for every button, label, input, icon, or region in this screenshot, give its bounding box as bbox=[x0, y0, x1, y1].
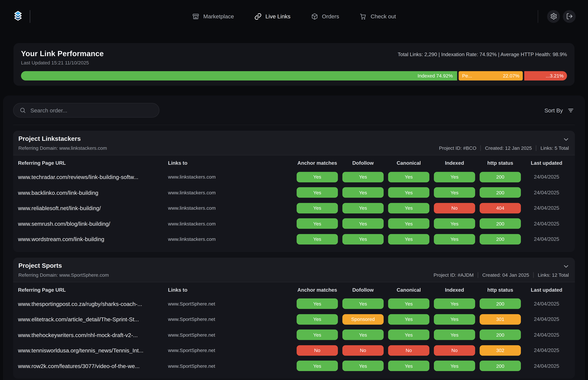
referring-url-cell[interactable]: www.thehockeywriters.com/nhl-mock-draft-… bbox=[18, 332, 168, 338]
dofollow-badge: Yes bbox=[342, 234, 384, 244]
dofollow-badge: Yes bbox=[342, 187, 384, 198]
dofollow-badge: Yes bbox=[342, 172, 384, 182]
http-status-badge: 404 bbox=[480, 203, 521, 213]
col-header-referring-url: Referring Page URL bbox=[18, 287, 168, 293]
links-to-cell: www.SportSphere.net bbox=[168, 301, 294, 306]
col-header-canonical: Canonical bbox=[386, 287, 432, 293]
canonical-badge: Yes bbox=[388, 299, 429, 309]
nav-item-orders[interactable]: Orders bbox=[311, 13, 339, 20]
error-segment: ...3.21% bbox=[524, 71, 567, 80]
referring-url-cell[interactable]: www.row2k.com/features/3077/video-of-the… bbox=[18, 363, 168, 369]
search-box[interactable] bbox=[13, 103, 159, 117]
nav-item-marketplace[interactable]: Marketplace bbox=[192, 13, 234, 20]
anchor-matches-badge: Yes bbox=[296, 187, 338, 198]
live-links-panel: Sort By Project Linkstackers Referring D… bbox=[3, 95, 585, 380]
nav-label: Orders bbox=[322, 13, 339, 19]
app-window: Marketplace Live Links bbox=[0, 0, 588, 380]
project-header[interactable]: Project Linkstackers Referring Domain: w… bbox=[13, 131, 575, 155]
performance-card: Your Link Performance Last Updated 15:21… bbox=[14, 43, 574, 86]
referring-url-cell[interactable]: www.tennisworldusa.org/tennis_news/Tenni… bbox=[18, 347, 168, 354]
search-icon bbox=[20, 107, 26, 114]
storefront-icon bbox=[192, 13, 200, 20]
referring-url-cell[interactable]: www.thesportingpost.co.za/rugby/sharks-c… bbox=[18, 301, 168, 307]
project-meta: Project ID: #AJDM Created: 04 Jan 2025 L… bbox=[434, 272, 570, 278]
referring-url-cell[interactable]: www.backlinko.com/link-building bbox=[18, 189, 168, 196]
col-header-canonical: Canonical bbox=[386, 160, 432, 166]
table-row: www.backlinko.com/link-building www.link… bbox=[18, 185, 570, 200]
referring-url-cell[interactable]: www.techradar.com/reviews/link-building-… bbox=[18, 174, 168, 180]
dofollow-badge: Yes bbox=[342, 299, 384, 309]
sort-by-button[interactable]: Sort By bbox=[545, 107, 575, 114]
referring-url-cell[interactable]: www.elitetrack.com/article_detail/The-Sp… bbox=[18, 316, 168, 323]
links-summary-stats: Total Links: 2,290 | Indexation Rate: 74… bbox=[398, 52, 567, 57]
http-status-badge: 200 bbox=[480, 361, 521, 371]
logout-button[interactable] bbox=[563, 10, 576, 23]
link-icon bbox=[254, 13, 262, 20]
app-logo[interactable] bbox=[12, 10, 24, 23]
project-links-count-text: Links: 12 Total bbox=[533, 272, 570, 278]
col-header-last-updated: Last updated bbox=[523, 287, 570, 293]
canonical-badge: Yes bbox=[388, 187, 429, 198]
project-card-linkstackers: Project Linkstackers Referring Domain: w… bbox=[13, 131, 575, 252]
dofollow-badge: Yes bbox=[342, 361, 384, 371]
referring-domain-text: Referring Domain: www.linkstackers.com bbox=[18, 145, 107, 151]
project-id-text: Project ID: #AJDM bbox=[434, 272, 478, 278]
indexed-badge: Yes bbox=[434, 330, 475, 340]
links-to-cell: www.SportSphere.net bbox=[168, 363, 294, 369]
col-header-http-status: http status bbox=[477, 287, 523, 293]
chevron-down-icon[interactable] bbox=[563, 136, 570, 143]
indexed-badge: Yes bbox=[434, 234, 475, 244]
dofollow-badge: Yes bbox=[342, 218, 384, 229]
col-header-last-updated: Last updated bbox=[523, 160, 570, 166]
top-nav: Marketplace Live Links bbox=[0, 0, 588, 33]
canonical-badge: No bbox=[388, 345, 429, 356]
indexed-badge: No bbox=[434, 345, 475, 356]
anchor-matches-badge: Yes bbox=[296, 218, 338, 229]
settings-button[interactable] bbox=[547, 10, 560, 23]
canonical-badge: Yes bbox=[388, 203, 429, 213]
col-header-links-to: Links to bbox=[168, 287, 294, 293]
project-created-text: Created: 12 Jan 2025 bbox=[481, 145, 536, 151]
error-segment-label: ...3.21% bbox=[546, 73, 564, 78]
referring-domain-text: Referring Domain: www.SportSphere.com bbox=[18, 272, 109, 278]
project-card-sports: Project Sports Referring Domain: www.Spo… bbox=[13, 257, 575, 379]
anchor-matches-badge: Yes bbox=[296, 234, 338, 244]
table-header-row: Referring Page URL Links to Anchor match… bbox=[18, 157, 570, 169]
col-header-indexed: Indexed bbox=[432, 287, 477, 293]
http-status-badge: 200 bbox=[480, 299, 521, 309]
links-to-cell: www.linkstackers.com bbox=[168, 236, 294, 242]
main-nav: Marketplace Live Links bbox=[0, 13, 588, 20]
last-updated-cell: 24/04/2025 bbox=[523, 190, 570, 195]
search-input[interactable] bbox=[30, 107, 153, 114]
chevron-down-icon[interactable] bbox=[563, 263, 570, 270]
last-updated-cell: 24/04/2025 bbox=[523, 347, 570, 353]
links-to-cell: www.SportSphere.net bbox=[168, 317, 294, 322]
table-row: www.techradar.com/reviews/link-building-… bbox=[18, 169, 570, 185]
gear-icon bbox=[550, 13, 557, 20]
col-header-referring-url: Referring Page URL bbox=[18, 160, 168, 166]
logout-icon bbox=[566, 13, 573, 20]
referring-url-cell[interactable]: www.wordstream.com/link-building bbox=[18, 236, 168, 242]
anchor-matches-badge: No bbox=[296, 345, 338, 356]
referring-url-cell[interactable]: www.semrush.com/blog/link-building/ bbox=[18, 220, 168, 227]
performance-heading: Your Link Performance Last Updated 15:21… bbox=[21, 49, 104, 65]
nav-item-check-out[interactable]: Check out bbox=[359, 13, 396, 20]
nav-label: Live Links bbox=[265, 13, 291, 19]
referring-url-cell[interactable]: www.reliablesoft.net/link-building/ bbox=[18, 205, 168, 211]
table-row: www.semrush.com/blog/link-building/ www.… bbox=[18, 216, 570, 231]
table-row: www.thehockeywriters.com/nhl-mock-draft-… bbox=[18, 327, 570, 343]
links-table: Referring Page URL Links to Anchor match… bbox=[13, 282, 575, 379]
dofollow-badge: Yes bbox=[342, 203, 384, 213]
dofollow-badge: Yes bbox=[342, 330, 384, 340]
table-row: www.tennisworldusa.org/tennis_news/Tenni… bbox=[18, 343, 570, 358]
indexed-badge: Yes bbox=[434, 314, 475, 324]
dofollow-badge: No bbox=[342, 345, 384, 356]
nav-label: Marketplace bbox=[203, 13, 234, 19]
pending-segment-name: Pe... bbox=[462, 73, 472, 78]
last-updated-cell: 24/04/2025 bbox=[523, 301, 570, 306]
col-header-dofollow: Dofollow bbox=[340, 160, 386, 166]
project-header[interactable]: Project Sports Referring Domain: www.Spo… bbox=[13, 257, 575, 282]
nav-item-live-links[interactable]: Live Links bbox=[254, 13, 290, 20]
http-status-badge: 200 bbox=[480, 330, 521, 340]
last-updated-text: Last Updated 15:21 11/10/2025 bbox=[21, 60, 104, 65]
